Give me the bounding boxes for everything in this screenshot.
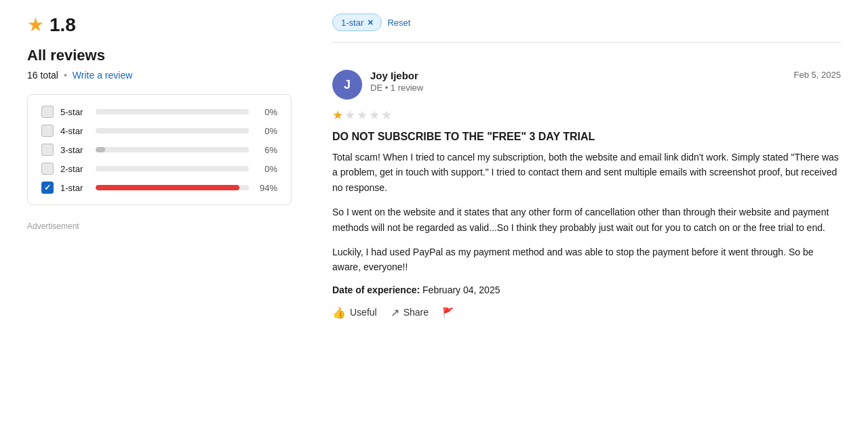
rating-row-5star[interactable]: 5-star0%: [41, 106, 277, 118]
filter-chip-label: 1-star: [341, 18, 363, 28]
rating-checkbox-4star[interactable]: [41, 125, 54, 137]
all-reviews-title: All reviews: [27, 47, 292, 64]
date-of-experience-value: February 04, 2025: [422, 284, 500, 295]
total-count: 16 total: [27, 70, 58, 81]
filter-chip-close[interactable]: ×: [368, 17, 373, 28]
reviews-meta: 16 total • Write a review: [27, 70, 292, 81]
rating-pct-3star: 6%: [256, 145, 277, 155]
rating-checkbox-2star[interactable]: [41, 163, 54, 175]
rating-label-1star: 1-star: [60, 183, 89, 193]
rating-label-4star: 4-star: [60, 126, 89, 136]
useful-label: Useful: [350, 307, 377, 318]
rating-checkbox-3star[interactable]: [41, 144, 54, 156]
review-paragraph-2: So I went on the website and it states t…: [332, 205, 841, 235]
date-of-experience-label: Date of experience:: [332, 284, 420, 295]
star-rating: ★★★★★: [332, 108, 841, 123]
rating-bar-fill-1star: [96, 185, 239, 190]
rating-checkbox-1star[interactable]: [41, 182, 54, 194]
review-title: DO NOT SUBSCRIBE TO THE "FREE" 3 DAY TRI…: [332, 131, 841, 143]
write-review-link[interactable]: Write a review: [73, 70, 132, 81]
review-paragraph-1: Total scam! When I tried to cancel my su…: [332, 150, 841, 195]
star-5: ★: [381, 108, 392, 123]
rating-row-4star[interactable]: 4-star0%: [41, 125, 277, 137]
review-actions: 👍 Useful ↗ Share 🚩: [332, 306, 841, 319]
rating-pct-1star: 94%: [256, 183, 277, 193]
advertisement-label: Advertisement: [27, 221, 292, 231]
reviewer-info: J Joy Ijebor DE • 1 review: [332, 70, 423, 100]
review-card: J Joy Ijebor DE • 1 review Feb 5, 2025 ★…: [332, 56, 841, 333]
review-paragraph-3: Luckily, I had used PayPal as my payment…: [332, 245, 841, 275]
rating-label-5star: 5-star: [60, 107, 89, 117]
reviewer-avatar: J: [332, 70, 362, 100]
rating-row-1star[interactable]: 1-star94%: [41, 182, 277, 194]
rating-checkbox-5star[interactable]: [41, 106, 54, 118]
review-date: Feb 5, 2025: [794, 70, 841, 80]
rating-bar-fill-3star: [96, 147, 105, 152]
share-icon: ↗: [391, 306, 399, 319]
useful-button[interactable]: 👍 Useful: [332, 306, 377, 319]
star-4: ★: [369, 108, 380, 123]
flag-button[interactable]: 🚩: [442, 307, 454, 318]
review-body: Total scam! When I tried to cancel my su…: [332, 150, 841, 275]
rating-pct-2star: 0%: [256, 164, 277, 174]
rating-header: ★ 1.8: [27, 14, 292, 36]
rating-row-2star[interactable]: 2-star0%: [41, 163, 277, 175]
rating-label-3star: 3-star: [60, 145, 89, 155]
filter-bar: 1-star × Reset: [332, 14, 841, 43]
rating-bar-bg-1star: [96, 185, 249, 190]
flag-icon: 🚩: [442, 307, 454, 318]
rating-bar-bg-4star: [96, 128, 249, 133]
right-panel: 1-star × Reset J Joy Ijebor DE • 1 revie…: [332, 14, 841, 333]
overall-rating: 1.8: [50, 14, 76, 36]
share-label: Share: [403, 307, 429, 318]
reviewer-name: Joy Ijebor: [370, 70, 423, 81]
reviewer-location: DE • 1 review: [370, 83, 423, 93]
thumbs-up-icon: 👍: [332, 306, 346, 319]
share-button[interactable]: ↗ Share: [391, 306, 429, 319]
left-panel: ★ 1.8 All reviews 16 total • Write a rev…: [27, 14, 292, 333]
star-icon-large: ★: [27, 14, 44, 36]
reset-filter-link[interactable]: Reset: [387, 18, 410, 28]
separator-dot: •: [64, 70, 67, 81]
rating-label-2star: 2-star: [60, 164, 89, 174]
rating-bar-bg-3star: [96, 147, 249, 152]
rating-pct-5star: 0%: [256, 107, 277, 117]
star-3: ★: [357, 108, 368, 123]
rating-bar-bg-5star: [96, 109, 249, 114]
star-1: ★: [332, 108, 343, 123]
rating-breakdown: 5-star0%4-star0%3-star6%2-star0%1-star94…: [27, 94, 292, 205]
reviewer-details: Joy Ijebor DE • 1 review: [370, 70, 423, 93]
filter-chip-1star[interactable]: 1-star ×: [332, 14, 382, 31]
rating-row-3star[interactable]: 3-star6%: [41, 144, 277, 156]
rating-pct-4star: 0%: [256, 126, 277, 136]
review-date-experience: Date of experience: February 04, 2025: [332, 284, 841, 295]
star-2: ★: [344, 108, 355, 123]
review-header: J Joy Ijebor DE • 1 review Feb 5, 2025: [332, 70, 841, 100]
rating-bar-bg-2star: [96, 166, 249, 171]
